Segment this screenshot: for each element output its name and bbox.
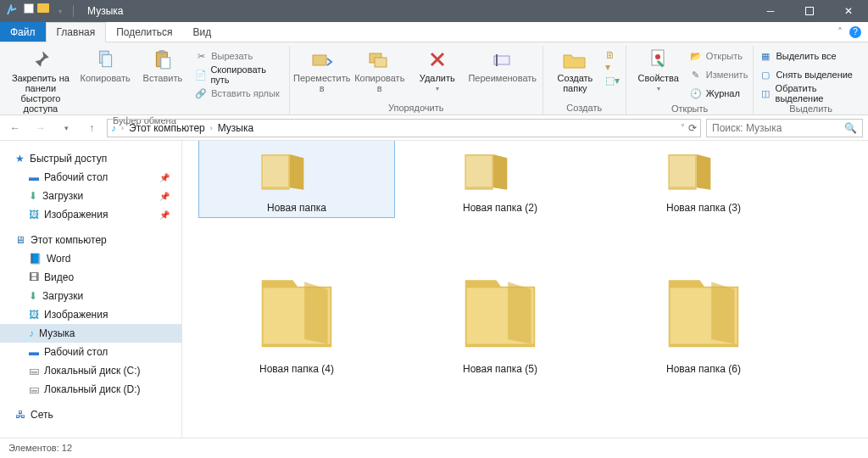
tab-home[interactable]: Главная xyxy=(46,22,107,42)
nav-desktop[interactable]: ▬ Рабочий стол 📌 xyxy=(0,168,181,187)
new-item-icon[interactable]: 🗎▾ xyxy=(605,49,620,73)
recent-locations-button[interactable]: ▾ xyxy=(56,118,76,138)
folder-icon xyxy=(246,265,348,358)
copy-path-button[interactable]: 📄 Скопировать путь xyxy=(194,66,284,83)
address-bar[interactable]: ♪ › Этот компьютер › Музыка ˅ ⟳ xyxy=(107,119,701,137)
copy-button[interactable]: Копировать xyxy=(80,46,131,83)
help-icon[interactable]: ? xyxy=(849,26,861,38)
ribbon: Закрепить на панели быстрого доступа Коп… xyxy=(0,42,868,115)
rename-icon xyxy=(489,47,516,71)
maximize-button[interactable] xyxy=(790,0,829,22)
minimize-button[interactable]: ─ xyxy=(751,0,790,22)
folder-item[interactable]: Новая папка xyxy=(199,141,394,217)
nav-network[interactable]: 🖧 Сеть xyxy=(0,405,181,424)
group-open: Свойства ▾ 📂 Открыть ✎ Изменить 🕘 Журнал… xyxy=(626,46,754,114)
cut-button[interactable]: ✂ Вырезать xyxy=(194,47,284,64)
folder-item[interactable]: Новая папка (4) xyxy=(199,234,394,378)
qat-properties-icon[interactable] xyxy=(24,3,34,14)
up-button[interactable]: ↑ xyxy=(81,118,102,138)
edit-icon: ✎ xyxy=(689,68,703,81)
nav-downloads[interactable]: ⬇ Загрузки 📌 xyxy=(0,187,181,205)
select-all-icon: ▦ xyxy=(759,49,772,63)
search-box[interactable]: Поиск: Музыка 🔍 xyxy=(706,119,863,137)
copy-to-button[interactable]: Копировать в xyxy=(353,46,407,93)
nav-pictures-pc[interactable]: 🖼 Изображения xyxy=(0,305,181,324)
move-to-button[interactable]: Переместить в xyxy=(295,46,349,93)
folder-item[interactable]: Новая папка (2) xyxy=(403,141,598,217)
qat-new-folder-icon[interactable] xyxy=(37,3,49,13)
status-bar: Элементов: 12 xyxy=(0,438,868,456)
explorer-icon xyxy=(3,4,20,19)
open-button[interactable]: 📂 Открыть xyxy=(689,47,748,64)
rename-button[interactable]: Переименовать xyxy=(468,46,537,83)
main-area: ★ Быстрый доступ ▬ Рабочий стол 📌 ⬇ Загр… xyxy=(0,141,868,438)
paste-button[interactable]: Вставить xyxy=(135,46,192,83)
svg-rect-5 xyxy=(313,55,326,65)
forward-button[interactable]: → xyxy=(31,118,51,138)
properties-icon xyxy=(645,47,672,71)
folder-item[interactable]: Новая папка (5) xyxy=(403,234,598,378)
svg-rect-9 xyxy=(496,54,498,66)
tab-view[interactable]: Вид xyxy=(182,22,221,42)
ribbon-collapse-icon[interactable]: ˄ xyxy=(837,26,843,38)
properties-dropdown-icon[interactable]: ▾ xyxy=(657,85,660,92)
new-folder-button[interactable]: Создать папку xyxy=(548,46,602,93)
folder-icon xyxy=(449,265,551,358)
cut-icon: ✂ xyxy=(194,49,208,63)
chevron-right-icon[interactable]: › xyxy=(210,124,213,132)
nav-quick-access[interactable]: ★ Быстрый доступ xyxy=(0,149,181,168)
group-clipboard: Закрепить на панели быстрого доступа Коп… xyxy=(0,46,290,114)
location-icon: ♪ xyxy=(111,122,116,134)
properties-button[interactable]: Свойства ▾ xyxy=(632,46,686,92)
nav-disk-d[interactable]: 🖴 Локальный диск (D:) xyxy=(0,380,181,399)
downloads-icon: ⬇ xyxy=(29,290,37,302)
nav-desktop-pc[interactable]: ▬ Рабочий стол xyxy=(0,343,181,361)
nav-this-pc[interactable]: 🖥 Этот компьютер xyxy=(0,231,181,249)
quick-access-toolbar: ▾ xyxy=(24,3,68,19)
network-icon: 🖧 xyxy=(15,409,25,421)
nav-music[interactable]: ♪ Музыка xyxy=(0,324,181,343)
delete-dropdown-icon[interactable]: ▾ xyxy=(436,85,439,92)
svg-rect-7 xyxy=(375,58,387,67)
delete-button[interactable]: Удалить ▾ xyxy=(410,46,465,92)
nav-video[interactable]: 🎞 Видео xyxy=(0,268,181,287)
paste-icon xyxy=(149,47,176,71)
select-none-icon: ▢ xyxy=(759,68,772,81)
select-all-button[interactable]: ▦ Выделить все xyxy=(759,47,863,64)
title-bar: ▾ Музыка ─ ✕ xyxy=(0,0,868,22)
history-button[interactable]: 🕘 Журнал xyxy=(689,85,748,102)
close-button[interactable]: ✕ xyxy=(829,0,868,22)
group-new: Создать папку 🗎▾ ⬚▾ Создать xyxy=(543,46,626,114)
paste-shortcut-button[interactable]: 🔗 Вставить ярлык xyxy=(194,85,284,102)
new-folder-icon xyxy=(561,47,588,71)
pin-to-quick-access-button[interactable]: Закрепить на панели быстрого доступа xyxy=(5,46,76,114)
item-view[interactable]: Новая папка Новая папка (2) Новая папка … xyxy=(182,141,868,438)
folder-icon xyxy=(254,154,339,197)
pc-icon: 🖥 xyxy=(15,234,25,246)
invert-selection-button[interactable]: ◫ Обратить выделение xyxy=(759,85,863,102)
breadcrumb-music[interactable]: Музыка xyxy=(218,122,253,134)
copy-icon xyxy=(92,47,119,71)
nav-disk-c[interactable]: 🖴 Локальный диск (C:) xyxy=(0,361,181,380)
qat-dropdown-icon[interactable]: ▾ xyxy=(53,3,68,19)
tab-share[interactable]: Поделиться xyxy=(106,22,182,42)
breadcrumb-this-pc[interactable]: Этот компьютер xyxy=(129,122,205,134)
refresh-button[interactable]: ⟳ xyxy=(688,122,697,134)
item-count: Элементов: 12 xyxy=(8,443,72,453)
address-dropdown-icon[interactable]: ˅ xyxy=(681,123,685,132)
back-button[interactable]: ← xyxy=(5,118,25,138)
svg-rect-4 xyxy=(161,58,170,69)
nav-word[interactable]: 📘 Word xyxy=(0,249,181,268)
nav-downloads-pc[interactable]: ⬇ Загрузки xyxy=(0,287,181,305)
svg-point-11 xyxy=(655,54,660,59)
pin-icon: 📌 xyxy=(159,173,170,182)
folder-item[interactable]: Новая папка (6) xyxy=(606,234,801,378)
edit-button[interactable]: ✎ Изменить xyxy=(689,66,748,83)
tab-file[interactable]: Файл xyxy=(0,22,46,42)
chevron-right-icon[interactable]: › xyxy=(121,124,124,132)
nav-pictures[interactable]: 🖼 Изображения 📌 xyxy=(0,205,181,224)
word-icon: 📘 xyxy=(29,253,42,265)
easy-access-icon[interactable]: ⬚▾ xyxy=(605,75,620,87)
folder-item[interactable]: Новая папка (3) xyxy=(606,141,801,217)
select-none-button[interactable]: ▢ Снять выделение xyxy=(759,66,863,83)
